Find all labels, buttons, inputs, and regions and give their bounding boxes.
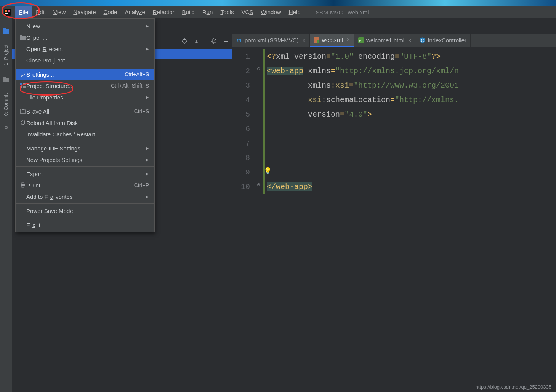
svg-rect-7 [3,77,6,78]
save-icon [19,109,26,114]
menu-print[interactable]: Print...Ctrl+P [16,179,154,191]
file-menu-dropdown: New▸ Open... Open Recent▸ Close Project … [15,18,155,232]
fold-icon[interactable]: ⊖ [257,66,260,72]
tool-window-commit[interactable]: 0: Commit [3,93,9,116]
svg-rect-42 [317,40,319,43]
wrench-icon [19,72,26,77]
svg-line-37 [212,43,213,43]
svg-rect-2 [5,10,7,12]
menu-navigate[interactable]: Navigate [69,6,99,18]
expand-icon[interactable] [191,36,202,46]
menu-refactor[interactable]: Refactor [149,6,178,18]
svg-rect-15 [20,86,22,88]
svg-rect-12 [20,35,22,37]
menu-new[interactable]: New▸ [16,20,154,32]
tab-label: IndexController [428,37,466,43]
minimize-icon[interactable] [221,36,231,46]
svg-rect-19 [22,183,24,184]
menu-manage-ide-settings[interactable]: Manage IDE Settings▸ [16,142,154,154]
commit-icon[interactable] [3,125,9,131]
tab-web-xml[interactable]: web.xml × [310,34,354,47]
svg-point-21 [183,39,186,43]
svg-point-30 [213,40,215,42]
folder-icon[interactable] [3,28,9,35]
watermark: https://blog.csdn.net/qq_25200335 [476,384,552,390]
svg-text:H: H [359,39,362,43]
maven-icon: m [236,37,242,43]
html-icon: H [358,37,364,43]
tab-label: web.xml [322,37,343,43]
menu-settings[interactable]: Settings...Ctrl+Alt+S [16,69,154,80]
menu-file-properties[interactable]: File Properties▸ [16,91,154,103]
locate-icon[interactable] [179,36,190,46]
menu-open-recent[interactable]: Open Recent▸ [16,43,154,54]
menu-bar: File Edit View Navigate Code Analyze Ref… [0,6,556,18]
tool-window-project[interactable]: 1: Project [3,45,9,66]
menu-build[interactable]: Build [178,6,198,18]
menu-save-all[interactable]: Save AllCtrl+S [16,106,154,117]
menu-project-structure[interactable]: Project Structure...Ctrl+Alt+Shift+S [16,80,154,91]
tab-index-controller[interactable]: C IndexController [415,34,471,47]
app-logo [0,6,15,18]
menu-file[interactable]: File [15,6,32,18]
tab-welcome-html[interactable]: H welcome1.html × [354,34,415,47]
svg-rect-14 [23,83,26,85]
print-icon [19,182,26,188]
menu-code[interactable]: Code [100,6,121,18]
svg-line-38 [215,39,216,40]
svg-rect-5 [3,28,6,30]
svg-rect-13 [20,83,22,85]
close-icon[interactable]: × [408,37,411,43]
svg-line-36 [215,43,216,43]
svg-rect-3 [8,10,10,12]
xml-icon [314,37,320,43]
structure-icon [19,83,26,88]
svg-text:C: C [421,38,424,43]
menu-help[interactable]: Help [285,6,304,18]
folder-icon [19,35,26,40]
folder-icon[interactable] [3,77,9,83]
editor-gutter: ⊖ ⊖ 💡 [255,47,267,382]
svg-text:m: m [237,37,241,43]
menu-new-projects-settings[interactable]: New Projects Settings▸ [16,154,154,165]
intention-bulb-icon[interactable]: 💡 [264,167,272,175]
project-tool-buttons [175,34,235,49]
menu-close-project[interactable]: Close Project [16,54,154,66]
svg-point-8 [5,126,7,129]
tab-pom[interactable]: m pom.xml (SSM-MVC) × [232,34,310,47]
svg-rect-0 [4,9,11,16]
window-title: SSM-MVC - web.xml [316,9,369,16]
fold-icon[interactable]: ⊖ [257,181,260,188]
tab-label: welcome1.html [366,37,404,43]
menu-exit[interactable]: Exit [16,219,154,230]
reload-icon [19,120,26,125]
menu-run[interactable]: Run [199,6,217,18]
menu-vcs[interactable]: VCS [237,6,257,18]
tab-label: pom.xml (SSM-MVC) [245,37,299,43]
menu-power-save[interactable]: Power Save Mode [16,205,154,216]
gear-icon[interactable] [208,36,219,46]
close-icon[interactable]: × [347,37,350,43]
menu-open[interactable]: Open... [16,32,154,43]
menu-tools[interactable]: Tools [216,6,237,18]
svg-rect-1 [5,13,8,14]
menu-invalidate-caches[interactable]: Invalidate Caches / Restart... [16,128,154,140]
menu-add-favorites[interactable]: Add to Favorites▸ [16,191,154,202]
close-icon[interactable]: × [303,37,306,43]
tool-window-stripe-left: 1: Project 0: Commit [0,18,12,392]
menu-reload-disk[interactable]: Reload All from Disk [16,117,154,128]
svg-line-35 [212,39,213,40]
svg-rect-11 [20,36,26,40]
editor-tabs: m pom.xml (SSM-MVC) × web.xml × H welcom… [232,34,556,47]
menu-analyze[interactable]: Analyze [121,6,149,18]
window-title-bar [0,0,556,6]
menu-view[interactable]: View [50,6,69,18]
svg-rect-4 [3,29,9,34]
editor-area[interactable]: 12345678910 ⊖ ⊖ 💡 <?xml version="1.0" en… [232,47,556,382]
menu-export[interactable]: Export▸ [16,168,154,179]
svg-rect-17 [22,109,24,110]
menu-window[interactable]: Window [257,6,285,18]
code-content[interactable]: <?xml version="1.0" encoding="UTF-8"?> <… [267,47,556,382]
class-icon: C [419,37,425,43]
menu-edit[interactable]: Edit [32,6,50,18]
